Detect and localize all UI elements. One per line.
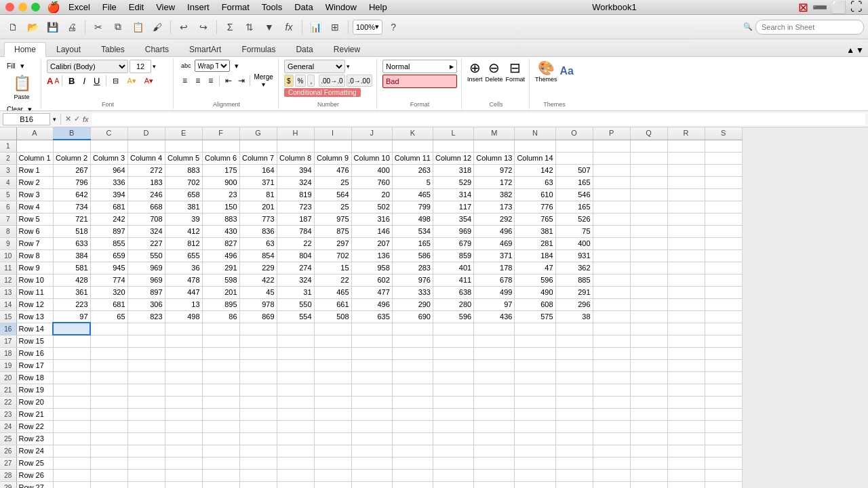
- cell-14-I[interactable]: 661: [314, 298, 351, 310]
- cell-12-N[interactable]: 596: [515, 274, 555, 286]
- cell-23-G[interactable]: [239, 408, 277, 420]
- cell-6-A[interactable]: Row 4: [16, 201, 53, 213]
- autosum-button[interactable]: Σ: [221, 18, 239, 36]
- cell-10-A[interactable]: Row 8: [16, 249, 53, 262]
- cell-15-M[interactable]: 436: [474, 310, 515, 323]
- cell-17-O[interactable]: [555, 335, 593, 347]
- cell-2-M[interactable]: Column 13: [474, 152, 515, 164]
- cell-10-O[interactable]: 931: [555, 249, 593, 262]
- cell-10-I[interactable]: 702: [314, 249, 351, 262]
- cell-7-F[interactable]: 883: [202, 213, 239, 225]
- cell-6-R[interactable]: [667, 201, 705, 213]
- cell-25-A[interactable]: Row 23: [16, 432, 53, 445]
- cell-4-G[interactable]: 371: [239, 176, 277, 188]
- cell-29-B[interactable]: [53, 481, 90, 488]
- cell-21-M[interactable]: [474, 384, 515, 396]
- cell-1-L[interactable]: [433, 140, 473, 152]
- cell-18-M[interactable]: [474, 347, 515, 359]
- cell-22-D[interactable]: [127, 396, 165, 408]
- cell-8-K[interactable]: 534: [392, 225, 433, 237]
- cell-18-N[interactable]: [515, 347, 555, 359]
- merge-button[interactable]: Merge ▾: [253, 73, 274, 88]
- cell-23-E[interactable]: [165, 408, 202, 420]
- cell-17-A[interactable]: Row 15: [16, 335, 53, 347]
- cell-24-M[interactable]: [474, 420, 515, 432]
- cell-28-J[interactable]: [351, 469, 392, 481]
- save-button[interactable]: 💾: [43, 18, 61, 36]
- menu-data[interactable]: Data: [289, 1, 318, 13]
- cell-24-C[interactable]: [90, 420, 127, 432]
- cell-11-R[interactable]: [667, 262, 705, 274]
- cell-23-H[interactable]: [277, 408, 314, 420]
- cell-6-D[interactable]: 668: [127, 201, 165, 213]
- cell-10-R[interactable]: [667, 249, 705, 262]
- cell-17-M[interactable]: [474, 335, 515, 347]
- cell-7-N[interactable]: 765: [515, 213, 555, 225]
- cell-10-C[interactable]: 659: [90, 249, 127, 262]
- cell-15-K[interactable]: 690: [392, 310, 433, 323]
- cell-13-S[interactable]: [705, 286, 742, 298]
- cell-17-R[interactable]: [667, 335, 705, 347]
- cell-9-S[interactable]: [705, 237, 742, 249]
- cell-4-S[interactable]: [705, 176, 742, 188]
- cell-28-I[interactable]: [314, 469, 351, 481]
- cell-10-S[interactable]: [705, 249, 742, 262]
- cell-19-I[interactable]: [314, 359, 351, 371]
- cell-9-Q[interactable]: [630, 237, 667, 249]
- cell-16-H[interactable]: [277, 323, 314, 335]
- cell-12-J[interactable]: 602: [351, 274, 392, 286]
- cell-27-L[interactable]: [433, 457, 473, 469]
- cell-11-J[interactable]: 958: [351, 262, 392, 274]
- cell-20-J[interactable]: [351, 371, 392, 384]
- borders-button[interactable]: ⊟: [109, 75, 122, 87]
- cell-20-R[interactable]: [667, 371, 705, 384]
- cell-16-B[interactable]: [53, 323, 90, 335]
- cell-9-P[interactable]: [593, 237, 630, 249]
- cell-6-Q[interactable]: [630, 201, 667, 213]
- col-header-E[interactable]: E: [165, 127, 202, 140]
- tab-data[interactable]: Data: [285, 42, 323, 56]
- cell-5-F[interactable]: 23: [202, 188, 239, 201]
- cell-26-L[interactable]: [433, 445, 473, 457]
- confirm-formula-icon[interactable]: ✓: [74, 115, 80, 123]
- cell-11-Q[interactable]: [630, 262, 667, 274]
- cell-21-G[interactable]: [239, 384, 277, 396]
- cell-5-K[interactable]: 465: [392, 188, 433, 201]
- cell-17-P[interactable]: [593, 335, 630, 347]
- cell-13-O[interactable]: 291: [555, 286, 593, 298]
- percent-button[interactable]: %: [295, 75, 307, 87]
- cell-1-E[interactable]: [165, 140, 202, 152]
- cell-10-D[interactable]: 550: [127, 249, 165, 262]
- font-name-select[interactable]: Calibri (Body): [47, 60, 128, 73]
- cell-27-I[interactable]: [314, 457, 351, 469]
- cell-1-H[interactable]: [277, 140, 314, 152]
- restore-icon[interactable]: ⬜: [831, 0, 846, 15]
- paste-button[interactable]: 📋: [129, 18, 146, 36]
- cell-22-P[interactable]: [593, 396, 630, 408]
- cell-13-N[interactable]: 490: [515, 286, 555, 298]
- cell-2-A[interactable]: Column 1: [16, 152, 53, 164]
- tab-charts[interactable]: Charts: [135, 42, 179, 56]
- cell-23-R[interactable]: [667, 408, 705, 420]
- cell-7-M[interactable]: 292: [474, 213, 515, 225]
- cell-21-S[interactable]: [705, 384, 742, 396]
- cell-16-E[interactable]: [165, 323, 202, 335]
- cell-18-F[interactable]: [202, 347, 239, 359]
- cell-1-F[interactable]: [202, 140, 239, 152]
- cell-24-S[interactable]: [705, 420, 742, 432]
- cell-20-G[interactable]: [239, 371, 277, 384]
- cell-18-R[interactable]: [667, 347, 705, 359]
- cell-4-N[interactable]: 63: [515, 176, 555, 188]
- cell-6-O[interactable]: 165: [555, 201, 593, 213]
- cell-6-N[interactable]: 776: [515, 201, 555, 213]
- cell-1-N[interactable]: [515, 140, 555, 152]
- cell-style-dropdown[interactable]: ▶: [450, 64, 454, 70]
- menu-format[interactable]: Format: [216, 1, 255, 13]
- menu-tools[interactable]: Tools: [256, 1, 288, 13]
- cell-21-Q[interactable]: [630, 384, 667, 396]
- cell-11-L[interactable]: 401: [433, 262, 473, 274]
- col-header-L[interactable]: L: [433, 127, 473, 140]
- cell-15-O[interactable]: 38: [555, 310, 593, 323]
- cell-24-P[interactable]: [593, 420, 630, 432]
- cell-6-M[interactable]: 173: [474, 201, 515, 213]
